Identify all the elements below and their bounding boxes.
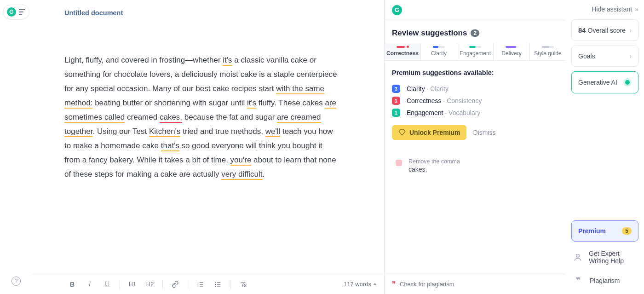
suggestion-snippet: cakes,: [408, 166, 460, 173]
tab-bar-icon: [397, 46, 408, 48]
category-tabs: CorrectnessClarityEngagementDeliveryStyl…: [385, 43, 566, 61]
tab-label: Clarity: [431, 50, 447, 57]
score-value: 84: [578, 26, 586, 34]
premium-item[interactable]: 3Clarity · Clarity: [392, 83, 558, 95]
badge-icon: 1: [392, 97, 400, 105]
svg-point-11: [215, 286, 216, 287]
suggestions-panel: G Review suggestions 2 CorrectnessClarit…: [384, 0, 566, 294]
h2-button[interactable]: H2: [142, 277, 158, 291]
doc-body[interactable]: Light, fluffy, and covered in frosting—w…: [32, 21, 384, 274]
generative-ai-label: Generative AI: [578, 79, 617, 86]
badge-icon: 1: [392, 109, 400, 117]
svg-text:3: 3: [197, 285, 199, 287]
suggestion-title: Remove the comma: [408, 158, 460, 165]
dismiss-button[interactable]: Dismiss: [473, 129, 495, 136]
premium-item-text: Correctness · Consistency: [407, 97, 482, 104]
left-rail: G ?: [0, 0, 32, 294]
tab-bar-icon: [542, 46, 554, 48]
tab-label: Delivery: [501, 50, 521, 57]
tab-engagement[interactable]: Engagement: [457, 43, 494, 60]
text-span: .: [263, 170, 265, 179]
bullet-list-button[interactable]: [210, 277, 226, 291]
goals-button[interactable]: Goals ›: [571, 46, 638, 67]
chevrons-right-icon: »: [635, 6, 638, 13]
diamond-icon: [398, 129, 406, 136]
tab-label: Correctness: [386, 50, 419, 57]
suggestion-card[interactable]: Remove the comma cakes,: [390, 153, 560, 179]
plagiarism-rail-label: Plagiarism: [590, 277, 620, 284]
tab-correctness[interactable]: Correctness: [385, 43, 421, 60]
panel-header: Review suggestions 2: [385, 20, 566, 43]
premium-item[interactable]: 1Correctness · Consistency: [392, 95, 558, 107]
svg-point-15: [576, 254, 580, 257]
panel-top-bar: G: [385, 0, 566, 20]
goals-label: Goals: [578, 52, 595, 60]
overall-score-button[interactable]: 84 Overall score ›: [571, 19, 638, 41]
premium-card-button[interactable]: Premium 5: [571, 220, 638, 242]
toolbar-separator: [162, 280, 163, 289]
clear-format-button[interactable]: [236, 277, 251, 291]
tab-delivery[interactable]: Delivery: [494, 43, 530, 60]
numbered-list-icon: 123: [197, 281, 204, 288]
person-icon: [573, 253, 582, 262]
italic-button[interactable]: I: [82, 277, 98, 291]
underline-button[interactable]: U: [99, 277, 115, 291]
quotes-icon: ❞: [573, 276, 583, 286]
svg-point-9: [215, 282, 216, 283]
badge-icon: 3: [392, 85, 400, 93]
clear-format-icon: [240, 281, 247, 288]
doc-title[interactable]: Untitled document: [32, 0, 384, 21]
premium-item[interactable]: 1Engagement · Vocabulary: [392, 107, 558, 119]
word-count-button[interactable]: 117 words: [344, 281, 377, 288]
text-span: it's: [247, 98, 256, 109]
text-span: it's: [223, 56, 232, 66]
unlock-premium-button[interactable]: Unlock Premium: [392, 125, 466, 140]
plagiarism-check-button[interactable]: ❞ Check for plagiarism: [385, 274, 566, 294]
hide-assistant-label: Hide assistant: [592, 6, 632, 13]
plagiarism-label: Check for plagiarism: [400, 281, 454, 288]
menu-lines-icon: [19, 9, 25, 15]
h1-button[interactable]: H1: [125, 277, 140, 291]
score-label: Overall score: [588, 27, 626, 34]
link-button[interactable]: [167, 277, 183, 291]
numbered-list-button[interactable]: 123: [193, 277, 208, 291]
text-span: because the fat and sugar: [182, 113, 277, 121]
premium-count-badge: 5: [622, 227, 632, 235]
text-span: that's: [161, 141, 179, 151]
toolbar-separator: [188, 280, 188, 289]
hide-assistant-button[interactable]: Hide assistant »: [592, 6, 638, 13]
premium-item-text: Clarity · Clarity: [407, 85, 448, 92]
toolbar-separator: [120, 280, 120, 289]
bullet-list-icon: [214, 281, 222, 288]
help-icon[interactable]: ?: [12, 277, 21, 286]
text-span: beating butter or shortening with sugar …: [92, 98, 247, 107]
chevron-right-icon: ›: [629, 27, 632, 34]
expert-help-button[interactable]: Get Expert Writing Help: [571, 247, 638, 267]
text-span: creamed: [125, 113, 160, 121]
tab-styleguide[interactable]: Style guide: [530, 43, 566, 60]
text-span: tried and true methods,: [180, 127, 265, 136]
word-count-label: 117 words: [344, 281, 371, 288]
svg-point-10: [215, 284, 216, 285]
suggestion-dot-icon: [396, 160, 402, 166]
plagiarism-button[interactable]: ❞ Plagiarism: [571, 273, 638, 288]
tab-label: Engagement: [460, 50, 491, 57]
text-span: very difficult: [221, 170, 262, 180]
unlock-premium-label: Unlock Premium: [409, 129, 460, 136]
text-span: cakes,: [160, 113, 182, 123]
grammarly-logo-icon: G: [392, 5, 402, 15]
editor-column: Untitled document Light, fluffy, and cov…: [32, 0, 384, 294]
premium-item-text: Engagement · Vocabulary: [407, 109, 480, 116]
app-menu-button[interactable]: G: [3, 5, 29, 19]
generative-ai-button[interactable]: Generative AI: [571, 71, 638, 93]
quotes-icon: ❞: [392, 280, 396, 288]
editor-toolbar: B I U H1 H2 123 117 words: [32, 274, 384, 294]
text-span: Kitchen's: [149, 127, 180, 137]
tab-clarity[interactable]: Clarity: [421, 43, 457, 60]
right-rail: Hide assistant » 84 Overall score › Goal…: [566, 0, 644, 294]
suggestion-count-pill: 2: [471, 29, 479, 37]
link-icon: [172, 281, 179, 288]
bold-button[interactable]: B: [64, 277, 80, 291]
panel-title: Review suggestions: [392, 29, 467, 38]
tab-label: Style guide: [534, 50, 561, 57]
